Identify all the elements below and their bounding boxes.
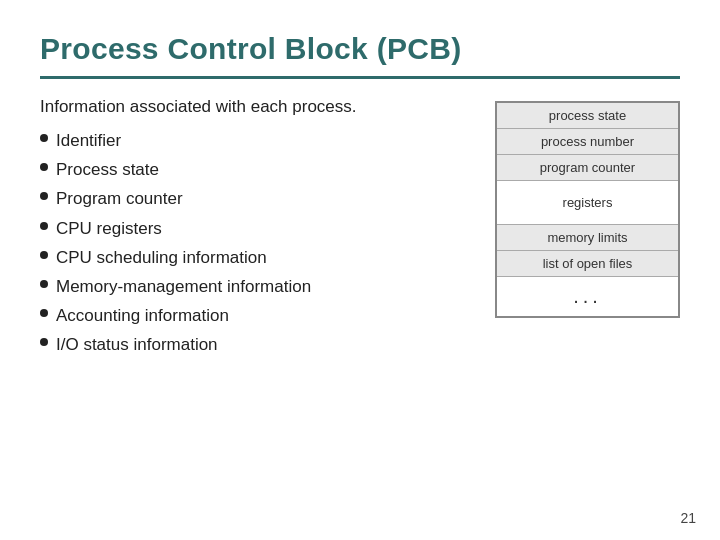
- list-item: Identifier: [40, 127, 475, 154]
- list-item: Process state: [40, 156, 475, 183]
- bullet-icon: [40, 251, 48, 259]
- list-item: Memory-management information: [40, 273, 475, 300]
- list-item: Program counter: [40, 185, 475, 212]
- bullet-icon: [40, 338, 48, 346]
- bullet-label: CPU registers: [56, 215, 162, 242]
- bullet-label: Identifier: [56, 127, 121, 154]
- bullet-icon: [40, 309, 48, 317]
- text-section: Information associated with each process…: [40, 97, 475, 520]
- intro-text: Information associated with each process…: [40, 97, 475, 117]
- pcb-row-process-state: process state: [497, 103, 678, 129]
- pcb-diagram: process state process number program cou…: [495, 101, 680, 318]
- pcb-row-memory-limits: memory limits: [497, 225, 678, 251]
- pcb-row-open-files: list of open files: [497, 251, 678, 277]
- list-item: I/O status information: [40, 331, 475, 358]
- list-item: Accounting information: [40, 302, 475, 329]
- bullet-label: Accounting information: [56, 302, 229, 329]
- bullet-label: CPU scheduling information: [56, 244, 267, 271]
- page-number: 21: [680, 510, 696, 526]
- slide-title: Process Control Block (PCB): [40, 32, 680, 66]
- bullet-label: Memory-management information: [56, 273, 311, 300]
- bullet-icon: [40, 280, 48, 288]
- list-item: CPU registers: [40, 215, 475, 242]
- bullet-icon: [40, 134, 48, 142]
- slide: Process Control Block (PCB) Information …: [0, 0, 720, 540]
- pcb-row-program-counter: program counter: [497, 155, 678, 181]
- pcb-row-dots: ...: [497, 277, 678, 316]
- list-item: CPU scheduling information: [40, 244, 475, 271]
- pcb-row-process-number: process number: [497, 129, 678, 155]
- pcb-row-registers: registers: [497, 181, 678, 225]
- bullet-label: Program counter: [56, 185, 183, 212]
- title-divider: [40, 76, 680, 79]
- bullet-label: Process state: [56, 156, 159, 183]
- bullet-label: I/O status information: [56, 331, 218, 358]
- bullet-icon: [40, 163, 48, 171]
- content-area: Information associated with each process…: [40, 97, 680, 520]
- bullet-icon: [40, 222, 48, 230]
- bullet-icon: [40, 192, 48, 200]
